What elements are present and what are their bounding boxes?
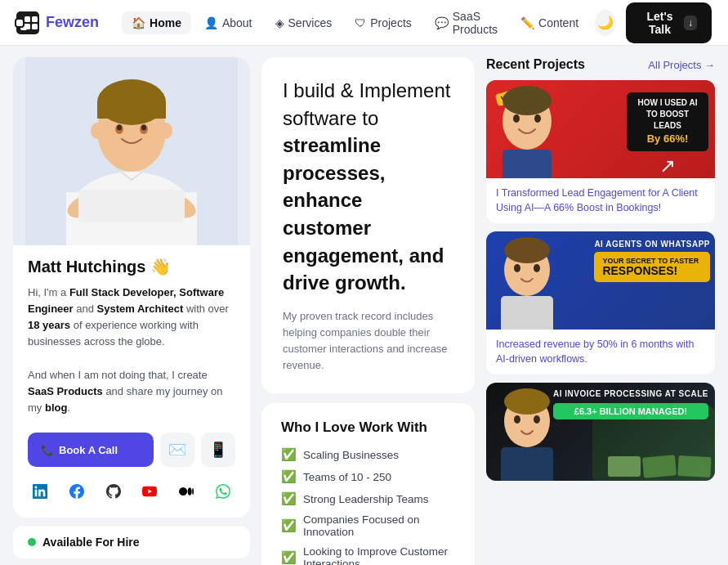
svg-point-19 bbox=[159, 123, 172, 139]
svg-point-25 bbox=[502, 86, 552, 115]
list-item: ✅Teams of 10 - 250 bbox=[281, 469, 455, 484]
navigation: Fewzen 🏠 Home 👤 About ◈ Services 🛡 Proje… bbox=[0, 0, 728, 46]
project-card-1[interactable]: WOW! HOW I USED AITO BOOST LEADSBy 66%! bbox=[486, 80, 715, 223]
check-icon: ✅ bbox=[281, 469, 297, 484]
svg-point-38 bbox=[534, 415, 540, 424]
svg-point-30 bbox=[504, 237, 550, 263]
project-desc-2: Increased revenue by 50% in 6 months wit… bbox=[486, 330, 715, 374]
svg-point-16 bbox=[117, 125, 122, 131]
svg-rect-3 bbox=[32, 24, 38, 29]
medium-icon[interactable] bbox=[174, 478, 199, 504]
linkedin-icon[interactable] bbox=[28, 478, 53, 504]
hero-subtitle: My proven track record includes helping … bbox=[283, 308, 453, 374]
project-card-2[interactable]: AI AGENTS ON WHATSAPP YOUR SECRET TO FAS… bbox=[486, 231, 715, 374]
profile-image-area bbox=[13, 57, 250, 245]
social-links bbox=[13, 478, 250, 504]
svg-rect-9 bbox=[78, 190, 185, 222]
logo-icon bbox=[16, 11, 39, 34]
svg-point-32 bbox=[534, 264, 540, 272]
check-icon: ✅ bbox=[281, 550, 297, 565]
hero-card: I build & Implement software to streamli… bbox=[261, 57, 475, 393]
available-indicator bbox=[28, 538, 36, 546]
all-projects-link[interactable]: All Projects → bbox=[648, 59, 715, 71]
profile-actions: 📞 Book A Call ✉️ 📱 bbox=[13, 433, 250, 467]
project-thumb-1: WOW! HOW I USED AITO BOOST LEADSBy 66%! bbox=[486, 80, 715, 178]
svg-point-36 bbox=[504, 388, 550, 415]
hero-title: I build & Implement software to streamli… bbox=[283, 77, 453, 297]
who-card: Who I Love Work With ✅Scaling Businesses… bbox=[261, 403, 475, 565]
who-title: Who I Love Work With bbox=[281, 419, 455, 436]
svg-rect-2 bbox=[25, 24, 30, 29]
nav-content[interactable]: ✏️ Content bbox=[511, 11, 588, 34]
nav-about[interactable]: 👤 About bbox=[194, 11, 262, 34]
github-icon[interactable] bbox=[100, 478, 126, 504]
nav-saas[interactable]: 💬 SaaS Products bbox=[425, 5, 507, 41]
svg-point-18 bbox=[91, 123, 104, 139]
project-thumb-2: AI AGENTS ON WHATSAPP YOUR SECRET TO FAS… bbox=[486, 231, 715, 330]
home-icon: 🏠 bbox=[132, 16, 145, 29]
middle-column: I build & Implement software to streamli… bbox=[261, 57, 475, 565]
dark-mode-toggle[interactable]: 🌙 bbox=[595, 10, 616, 36]
phone-button[interactable]: 📱 bbox=[201, 433, 235, 467]
svg-rect-13 bbox=[97, 102, 166, 119]
svg-rect-33 bbox=[501, 296, 553, 330]
email-button[interactable]: ✉️ bbox=[160, 433, 194, 467]
recent-projects-header: Recent Projects All Projects → bbox=[486, 57, 715, 72]
check-icon: ✅ bbox=[281, 518, 297, 533]
nav-home[interactable]: 🏠 Home bbox=[122, 11, 191, 34]
nav-links: 🏠 Home 👤 About ◈ Services 🛡 Projects 💬 S… bbox=[122, 5, 588, 41]
nav-services[interactable]: ◈ Services bbox=[266, 11, 342, 34]
svg-rect-39 bbox=[501, 447, 553, 481]
profile-card: Matt Hutchings 👋 Hi, I'm a Full Stack De… bbox=[13, 57, 250, 518]
profile-name: Matt Hutchings 👋 bbox=[28, 257, 235, 276]
check-icon: ✅ bbox=[281, 491, 297, 506]
profile-info: Matt Hutchings 👋 Hi, I'm a Full Stack De… bbox=[13, 245, 250, 433]
book-call-button[interactable]: 📞 Book A Call bbox=[28, 433, 154, 467]
nav-projects[interactable]: 🛡 Projects bbox=[345, 11, 422, 34]
svg-point-31 bbox=[514, 264, 520, 272]
available-badge: Available For Hire bbox=[13, 526, 250, 558]
check-icon: ✅ bbox=[281, 447, 297, 462]
about-icon: 👤 bbox=[204, 16, 218, 29]
lets-talk-button[interactable]: Let's Talk ↓ bbox=[626, 2, 712, 43]
content-icon: ✏️ bbox=[520, 16, 534, 29]
whatsapp-icon[interactable] bbox=[210, 478, 235, 504]
youtube-icon[interactable] bbox=[137, 478, 163, 504]
brand-name: Fewzen bbox=[46, 14, 99, 31]
moon-icon: 🌙 bbox=[597, 15, 614, 30]
logo[interactable]: Fewzen bbox=[16, 11, 99, 34]
saas-icon: 💬 bbox=[435, 16, 449, 29]
project-thumb-3: AI INVOICE PROCESSING AT SCALE £6.3+ BIL… bbox=[486, 383, 715, 481]
main-content: Matt Hutchings 👋 Hi, I'm a Full Stack De… bbox=[0, 46, 728, 565]
nav-right: 🌙 Let's Talk ↓ bbox=[595, 2, 712, 43]
svg-point-27 bbox=[534, 114, 541, 123]
svg-point-26 bbox=[513, 114, 520, 123]
email-icon: ✉️ bbox=[168, 441, 186, 459]
projects-icon: 🛡 bbox=[355, 16, 366, 29]
left-column: Matt Hutchings 👋 Hi, I'm a Full Stack De… bbox=[13, 57, 250, 565]
svg-rect-28 bbox=[502, 150, 552, 178]
project-desc-1: I Transformed Lead Engagement for A Clie… bbox=[486, 178, 715, 223]
recent-title: Recent Projects bbox=[486, 57, 585, 72]
list-item: ✅Strong Leadership Teams bbox=[281, 491, 455, 506]
svg-point-37 bbox=[514, 415, 520, 424]
list-item: ✅Companies Focused on Innovation bbox=[281, 513, 455, 538]
services-icon: ◈ bbox=[275, 16, 284, 29]
svg-point-17 bbox=[141, 125, 146, 131]
chevron-icon: ↓ bbox=[684, 16, 697, 30]
right-column: Recent Projects All Projects → WOW! bbox=[486, 57, 715, 565]
call-icon: 📱 bbox=[209, 441, 227, 459]
profile-bio: Hi, I'm a Full Stack Developer, Software… bbox=[28, 285, 235, 416]
who-list: ✅Scaling Businesses ✅Teams of 10 - 250 ✅… bbox=[281, 447, 455, 565]
svg-rect-0 bbox=[25, 16, 30, 22]
phone-icon: 📞 bbox=[41, 444, 54, 456]
svg-rect-1 bbox=[32, 16, 38, 22]
facebook-icon[interactable] bbox=[65, 478, 90, 504]
project-card-3[interactable]: AI INVOICE PROCESSING AT SCALE £6.3+ BIL… bbox=[486, 383, 715, 481]
list-item: ✅Looking to Improve Customer Interaction… bbox=[281, 545, 455, 565]
list-item: ✅Scaling Businesses bbox=[281, 447, 455, 462]
